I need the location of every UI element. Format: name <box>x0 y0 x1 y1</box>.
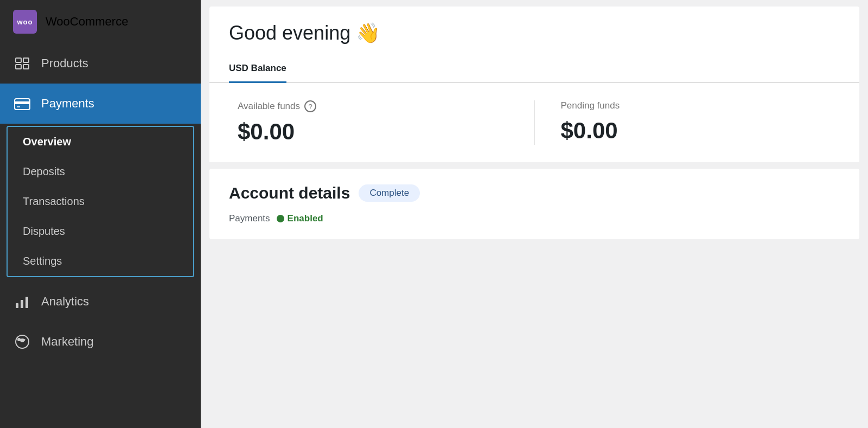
sidebar-item-marketing-label: Marketing <box>41 335 94 349</box>
svg-point-11 <box>17 338 21 341</box>
marketing-icon <box>13 333 31 351</box>
payments-status-label: Payments <box>229 213 270 224</box>
pending-funds-amount: $0.00 <box>561 118 832 144</box>
account-details-badge: Complete <box>359 184 420 202</box>
svg-rect-6 <box>17 106 20 107</box>
payments-icon <box>13 94 31 113</box>
sidebar-item-payments[interactable]: Payments <box>0 84 201 124</box>
enabled-dot <box>277 215 284 222</box>
svg-rect-8 <box>21 300 23 308</box>
balance-section: Available funds ? $0.00 Pending funds $0… <box>218 83 851 162</box>
available-funds-amount: $0.00 <box>238 119 508 145</box>
available-funds-label: Available funds <box>238 101 300 112</box>
sidebar-item-products[interactable]: Products <box>0 43 201 84</box>
submenu-item-overview[interactable]: Overview <box>8 127 193 157</box>
sidebar-item-analytics[interactable]: Analytics <box>0 282 201 322</box>
woo-logo-text: woo <box>17 18 33 26</box>
tab-bar: USD Balance <box>209 55 859 83</box>
sidebar-item-payments-label: Payments <box>41 97 94 111</box>
svg-rect-0 <box>16 58 21 62</box>
submenu-item-settings[interactable]: Settings <box>8 246 193 276</box>
svg-rect-1 <box>23 58 29 62</box>
available-funds-col: Available funds ? $0.00 <box>238 100 535 145</box>
greeting-section: Good evening 👋 USD Balance Available fun… <box>209 7 859 162</box>
analytics-icon <box>13 292 31 311</box>
products-icon <box>13 54 31 73</box>
available-funds-label-row: Available funds ? <box>238 100 508 112</box>
sidebar: woo WooCommerce Products Payments <box>0 0 201 428</box>
sidebar-item-marketing[interactable]: Marketing <box>0 322 201 362</box>
svg-rect-2 <box>16 65 21 69</box>
svg-rect-5 <box>15 101 30 104</box>
payments-enabled-badge: Enabled <box>277 213 323 224</box>
submenu-item-transactions[interactable]: Transactions <box>8 187 193 216</box>
tab-usd-balance[interactable]: USD Balance <box>229 55 286 83</box>
pending-funds-label: Pending funds <box>561 100 620 111</box>
submenu-item-disputes[interactable]: Disputes <box>8 216 193 246</box>
svg-rect-9 <box>25 297 28 308</box>
account-details-title: Account details <box>229 184 350 202</box>
payments-submenu: Overview Deposits Transactions Disputes … <box>7 126 194 277</box>
main-content: Good evening 👋 USD Balance Available fun… <box>201 0 868 428</box>
payments-status-row: Payments Enabled <box>229 213 840 224</box>
greeting-text: Good evening 👋 <box>209 7 859 55</box>
sidebar-item-products-label: Products <box>41 56 88 71</box>
account-details-card: Account details Complete Payments Enable… <box>209 169 859 239</box>
sidebar-logo-row[interactable]: woo WooCommerce <box>0 0 201 43</box>
sidebar-logo-label: WooCommerce <box>46 15 128 29</box>
svg-rect-7 <box>16 303 18 308</box>
account-details-header: Account details Complete <box>229 184 840 202</box>
woo-logo-icon: woo <box>13 10 37 34</box>
pending-funds-col: Pending funds $0.00 <box>535 100 832 145</box>
submenu-item-deposits[interactable]: Deposits <box>8 157 193 187</box>
available-funds-help-icon[interactable]: ? <box>304 100 316 112</box>
pending-funds-label-row: Pending funds <box>561 100 832 111</box>
payments-status-value: Enabled <box>288 213 323 224</box>
svg-rect-3 <box>23 65 29 69</box>
sidebar-item-analytics-label: Analytics <box>41 295 89 309</box>
